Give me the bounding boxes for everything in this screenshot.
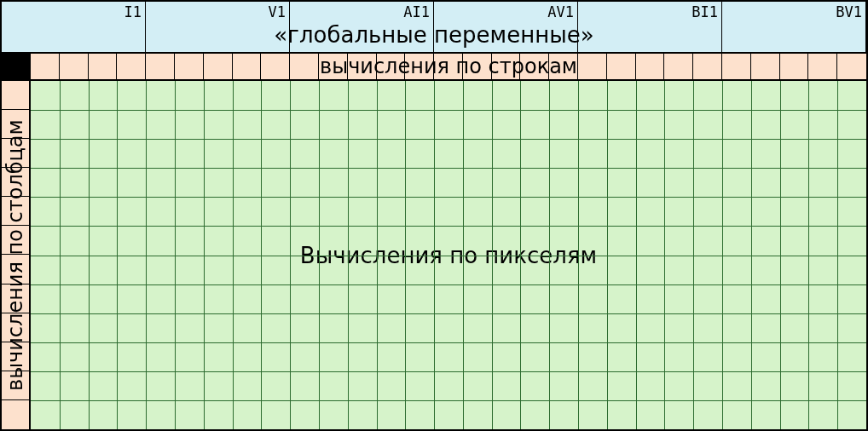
- col-calc-cells: [2, 81, 29, 429]
- row-calc-cell: [261, 54, 290, 79]
- col-calc-cell: [2, 110, 29, 139]
- col-calc-cell: [2, 342, 29, 371]
- row-calc-cell: [175, 54, 204, 79]
- row-calc-cell: [607, 54, 636, 79]
- row-calc-cell: [146, 54, 175, 79]
- col-calc-cell: [2, 371, 29, 400]
- row-calc-cell: [808, 54, 837, 79]
- col-calc-cell: [2, 313, 29, 342]
- col-calc-cell: [2, 256, 29, 284]
- row-calc-cell: [664, 54, 693, 79]
- row-calc-cell: [780, 54, 809, 79]
- globals-title: «глобальные переменные»: [2, 22, 866, 48]
- globals-cell-label: AV1: [547, 3, 574, 20]
- grid-line-horizontal: [31, 139, 866, 140]
- row-calc-cell: [117, 54, 146, 79]
- row-calc-cell: [434, 54, 463, 79]
- row-calc-cell: [693, 54, 722, 79]
- row-calc-cell: [89, 54, 118, 79]
- grid-line-horizontal: [31, 110, 866, 111]
- row-calc-cell: [31, 54, 60, 79]
- col-calc-cell: [2, 400, 29, 429]
- grid-line-horizontal: [31, 256, 866, 256]
- row-calc-cell: [233, 54, 262, 79]
- col-calc-cell: [2, 197, 29, 226]
- row-calc-cell: [204, 54, 233, 79]
- row-calc-cell: [290, 54, 319, 79]
- globals-cell-label: BI1: [692, 3, 718, 20]
- row-calc-cell: [492, 54, 521, 79]
- grid-line-horizontal: [31, 226, 866, 227]
- row-calc-cell: [377, 54, 406, 79]
- row-calc-band: вычисления по строкам: [2, 54, 866, 81]
- row-calc-cell: [751, 54, 780, 79]
- grid-line-horizontal: [31, 342, 866, 343]
- grid-line-horizontal: [31, 313, 866, 314]
- globals-cell-label: I1: [124, 3, 142, 20]
- row-calc-cell: [405, 54, 434, 79]
- globals-band: I1 V1 AI1 AV1 BI1 BV1 «глобальные переме…: [2, 2, 866, 54]
- row-calc-cell: [578, 54, 607, 79]
- col-calc-cell: [2, 168, 29, 197]
- col-calc-band: вычисления по столбцам: [2, 81, 31, 429]
- grid-line-horizontal: [31, 371, 866, 372]
- row-calc-cell: [463, 54, 492, 79]
- globals-cell-label: BV1: [836, 3, 862, 20]
- row-calc-cells: [31, 54, 866, 79]
- grid-line-horizontal: [31, 197, 866, 198]
- row-calc-cell: [348, 54, 377, 79]
- pixel-grid: Вычисления по пикселям: [31, 81, 866, 429]
- grid-line-horizontal: [31, 168, 866, 169]
- col-calc-cell: [2, 284, 29, 313]
- col-calc-cell: [2, 81, 29, 110]
- row-calc-cell: [549, 54, 578, 79]
- diagram-frame: I1 V1 AI1 AV1 BI1 BV1 «глобальные переме…: [0, 0, 868, 431]
- col-calc-cell: [2, 226, 29, 255]
- row-calc-cell: [837, 54, 866, 79]
- corner-block: [2, 54, 31, 79]
- grid-line-horizontal: [31, 284, 866, 285]
- row-calc-cell: [636, 54, 665, 79]
- row-calc-cell: [319, 54, 348, 79]
- col-calc-cell: [2, 139, 29, 168]
- globals-cell-label: V1: [269, 3, 286, 20]
- row-calc-cell: [722, 54, 751, 79]
- globals-cell-label: AI1: [403, 3, 430, 20]
- row-calc-cell: [520, 54, 549, 79]
- grid-line-horizontal: [31, 400, 866, 401]
- row-calc-cell: [60, 54, 89, 79]
